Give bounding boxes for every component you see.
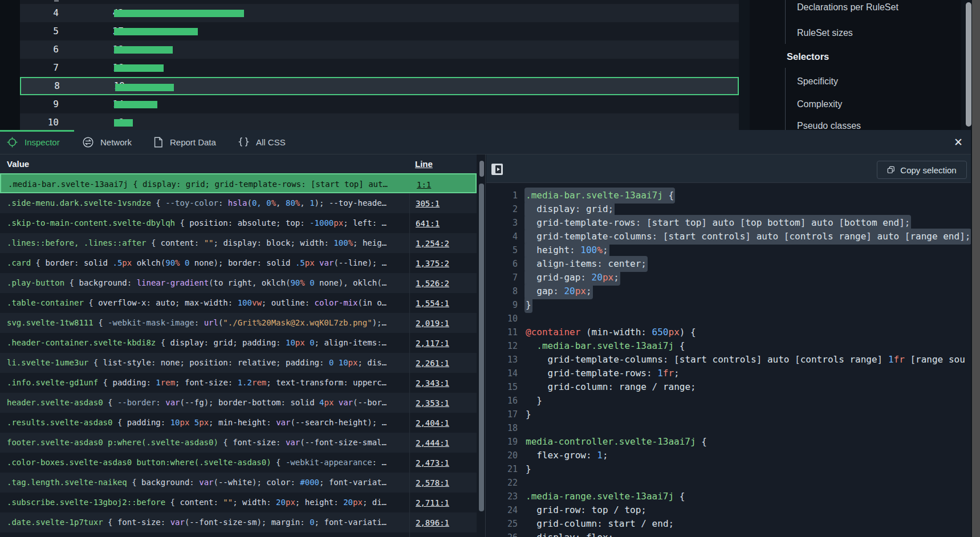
code-line-number: 22 xyxy=(496,476,518,490)
table-row[interactable]: .lines::before, .lines::after { content:… xyxy=(0,233,477,253)
rule-line-link[interactable]: 1,526:2 xyxy=(416,279,449,288)
inspector-drawer: InspectorNetworkReport DataAll CSS ✕ Val… xyxy=(0,130,971,537)
rule-line-link[interactable]: 2,261:1 xyxy=(416,359,449,368)
chart-row[interactable]: 6 19 xyxy=(20,40,739,59)
rule-line-link[interactable]: 2,711:1 xyxy=(416,498,449,507)
rule-line-link[interactable]: 2,019:1 xyxy=(416,319,449,328)
sidebar-item[interactable]: Declarations per RuleSet xyxy=(797,2,898,13)
code-scrollbar-thumb[interactable] xyxy=(479,161,484,177)
rule-line-link[interactable]: 1,254:2 xyxy=(416,239,449,248)
rule-line-link[interactable]: 1,554:1 xyxy=(416,299,449,308)
code-line-text: grid-column: start / end; xyxy=(526,517,674,531)
chart-row[interactable]: 7 16 xyxy=(20,59,739,77)
code-line: 20 flex-grow: 1; xyxy=(486,449,971,462)
rule-value: footer.svelte-asdas0 p:where(.svelte-asd… xyxy=(7,433,402,453)
rule-line-link[interactable]: 2,444:1 xyxy=(416,438,449,448)
table-row[interactable]: li.svelte-1ume3ur { list-style: none; po… xyxy=(0,353,477,373)
code-line: 15 grid-column: range / range; xyxy=(486,380,971,394)
code-line: 25 grid-column: start / end; xyxy=(486,517,971,531)
css-code-viewer: Copy selection 1.media-bar.svelte-13aai7… xyxy=(486,154,971,537)
table-row[interactable]: .play-button { background: linear-gradie… xyxy=(0,273,477,293)
panel-expand-icon[interactable] xyxy=(491,164,503,175)
rule-value: .table-container { overflow-x: auto; max… xyxy=(7,293,402,313)
chart-row-rank: 6 xyxy=(20,40,59,59)
copy-selection-button[interactable]: Copy selection xyxy=(877,161,967,179)
chart-row[interactable]: 8 19 xyxy=(20,77,739,95)
sidebar-item[interactable]: RuleSet sizes xyxy=(797,28,853,38)
rule-line-link[interactable]: 1:1 xyxy=(417,180,431,189)
code-line-number: 24 xyxy=(496,503,518,517)
rule-line-link[interactable]: 2,896:1 xyxy=(416,518,449,527)
code-line-number: 13 xyxy=(496,353,518,367)
copy-icon xyxy=(887,166,895,174)
rule-line-link[interactable]: 2,473:1 xyxy=(416,458,449,467)
rule-line-link[interactable]: 641:1 xyxy=(416,219,440,228)
table-row[interactable]: .skip-to-main-content.svelte-dbylqh { po… xyxy=(0,213,477,233)
code-line-number: 14 xyxy=(496,367,518,380)
table-row[interactable]: .results.svelte-asdas0 { padding: 10px 5… xyxy=(0,413,477,433)
chart-row-bar xyxy=(114,28,198,35)
table-scrollbar-thumb[interactable] xyxy=(479,184,484,511)
chart-row[interactable]: 4 42 xyxy=(20,4,739,22)
table-row[interactable]: .color-boxes.svelte-asdas0 button:where(… xyxy=(0,453,477,473)
css-rules-table: Value Line .media-bar.svelte-13aai7j { d… xyxy=(0,154,486,537)
rule-line-link[interactable]: 2,353:1 xyxy=(416,398,449,408)
rule-value: .tag.length.svelte-naikeq { background: … xyxy=(7,473,402,493)
table-row[interactable]: .side-menu.dark.svelte-1vsndze { --toy-c… xyxy=(0,193,477,213)
code-line: 6 align-items: center; xyxy=(486,257,971,271)
table-row[interactable]: .info.svelte-gd1unf { padding: 1rem; fon… xyxy=(0,373,477,393)
table-row[interactable]: .tag.length.svelte-naikeq { background: … xyxy=(0,473,477,493)
code-line: 4 grid-template-columns: [start controls… xyxy=(486,230,971,243)
inspect-target-icon xyxy=(7,137,18,148)
code-line-number: 20 xyxy=(496,449,518,462)
rule-value: li.svelte-1ume3ur { list-style: none; po… xyxy=(7,353,402,373)
rule-line-link[interactable]: 2,343:1 xyxy=(416,379,449,388)
table-row-partial[interactable]: .play-button.svelte-1gboj2 { background:… xyxy=(0,532,477,537)
code-line: 18 xyxy=(486,421,971,435)
chart-row[interactable]: 5 27 xyxy=(20,22,739,40)
table-row[interactable]: .table-container { overflow-x: auto; max… xyxy=(0,293,477,313)
nav-group-divider xyxy=(785,68,786,130)
rule-line-cell: 1,254:2 xyxy=(409,233,477,253)
code-line-text: grid-row: top / top; xyxy=(526,503,646,517)
chart-row[interactable]: 10 6 xyxy=(20,113,739,132)
table-row[interactable]: footer.svelte-asdas0 p:where(.svelte-asd… xyxy=(0,433,477,453)
table-row[interactable]: .header-container.svelte-kbdi8z { displa… xyxy=(0,333,477,353)
table-row[interactable]: .media-bar.svelte-13aai7j { display: gri… xyxy=(0,173,477,193)
table-row[interactable]: .date.svelte-1p7tuxr { font-size: var(--… xyxy=(0,512,477,532)
close-icon[interactable]: ✕ xyxy=(949,130,968,154)
chart-row[interactable]: 9 14 xyxy=(20,95,739,113)
chart-row-rank: 10 xyxy=(20,113,59,132)
rule-line-cell: 2,896:1 xyxy=(409,512,477,532)
code-line: 12 .media-bar.svelte-13aai7j { xyxy=(486,339,971,353)
rule-line-link[interactable]: 1,375:2 xyxy=(416,259,449,268)
rule-line-link[interactable]: 305:1 xyxy=(416,199,440,208)
table-row[interactable]: .subscribe.svelte-13gboj2::before { cont… xyxy=(0,493,477,512)
clipped-row-remnant xyxy=(54,0,59,2)
rule-line-link[interactable]: 2,117:1 xyxy=(416,339,449,348)
column-header-line[interactable]: Line xyxy=(415,154,433,173)
code-line-number: 17 xyxy=(496,408,518,421)
table-row[interactable]: .card { border: solid .5px oklch(90% 0 n… xyxy=(0,253,477,273)
rule-line-link[interactable]: 2,578:1 xyxy=(416,478,449,487)
tab-inspector[interactable]: Inspector xyxy=(7,130,60,154)
code-line: 19media-controller.svelte-13aai7j { xyxy=(486,435,971,449)
page-scrollbar-thumb[interactable] xyxy=(966,2,971,127)
sidebar-item[interactable]: Pseudo classes xyxy=(797,121,861,130)
sidebar-item[interactable]: Specificity xyxy=(797,76,838,87)
rule-line-link[interactable]: 2,404:1 xyxy=(416,418,449,428)
tab-report-data[interactable]: Report Data xyxy=(153,130,216,154)
sidebar-item[interactable]: Complexity xyxy=(797,99,842,109)
table-row[interactable]: svg.svelte-1tw8111 { -webkit-mask-image:… xyxy=(0,313,477,333)
tab-network[interactable]: Network xyxy=(83,130,132,154)
rule-value: .side-menu.dark.svelte-1vsndze { --toy-c… xyxy=(7,193,402,213)
rule-line-cell: 2,711:1 xyxy=(409,493,477,512)
rule-line-cell: 2,117:1 xyxy=(409,333,477,353)
tab-all-css[interactable]: All CSS xyxy=(238,130,286,154)
code-line-text: .media-bar.svelte-13aai7j { xyxy=(526,339,685,353)
code-line-number: 3 xyxy=(496,216,518,230)
table-row[interactable]: header.svelte-asdas0 { --border: var(--f… xyxy=(0,393,477,413)
copy-selection-label: Copy selection xyxy=(900,165,956,175)
code-line-text: display: grid; xyxy=(526,202,613,216)
code-line-text: } xyxy=(526,462,531,476)
